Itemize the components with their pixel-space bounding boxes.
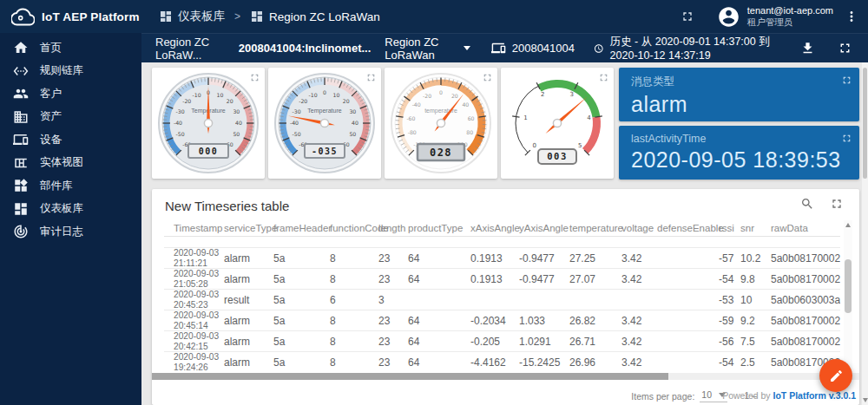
fullscreen-icon[interactable]: [841, 75, 852, 86]
sidebar-item-label: 首页: [40, 41, 62, 56]
cell-producttype: 64: [408, 356, 470, 369]
timeseries-table-widget: New Timeseries table TimestampserviceTyp…: [152, 189, 859, 405]
app-logo[interactable]: IoT AEP Platform: [0, 5, 141, 29]
svg-text:028: 028: [430, 147, 452, 159]
cell-functioncode: 6: [330, 294, 378, 306]
fullscreen-icon[interactable]: [681, 10, 694, 23]
cell-snr: 10.2: [740, 252, 771, 265]
svg-text:-20: -20: [299, 98, 307, 104]
svg-text:-30: -30: [293, 108, 301, 114]
svg-text:Temperature: Temperature: [307, 108, 341, 114]
fullscreen-icon[interactable]: [365, 72, 377, 83]
items-per-page-value: 10: [701, 389, 712, 400]
breadcrumb-item-dashboards[interactable]: 仪表板库: [159, 9, 225, 24]
sidebar-item-customers[interactable]: 客户: [0, 82, 141, 106]
avatar[interactable]: [717, 5, 740, 29]
user-info[interactable]: tenant@iot-aep.com 租户管理员: [747, 5, 833, 29]
scrollbar-thumb[interactable]: [152, 373, 668, 380]
download-icon[interactable]: [800, 41, 815, 56]
edit-dashboard-fab[interactable]: [819, 359, 852, 392]
fullscreen-icon[interactable]: [830, 197, 844, 211]
scrollbar-thumb[interactable]: [845, 259, 852, 313]
fullscreen-icon[interactable]: [249, 72, 260, 83]
column-header-functioncode[interactable]: functionCode: [330, 219, 378, 236]
cell-snr: 9.8: [740, 273, 771, 285]
scroll-up-arrow-icon[interactable]: [845, 223, 851, 227]
svg-text:-40: -40: [290, 120, 299, 126]
column-label: defenseEnable: [657, 223, 724, 233]
svg-text:0: 0: [439, 89, 443, 95]
svg-text:40: 40: [462, 101, 469, 108]
cell-voltage: 3.42: [621, 273, 657, 285]
fullscreen-icon[interactable]: [838, 41, 852, 56]
svg-text:-20: -20: [423, 93, 431, 99]
dashboard-icon: [250, 10, 264, 23]
cell-length: 23: [378, 273, 408, 285]
breadcrumb-item-dashboard-current[interactable]: Region ZC LoRaWan: [250, 10, 380, 23]
more-menu-icon[interactable]: [844, 9, 859, 24]
fullscreen-icon[interactable]: [598, 72, 609, 83]
cell-xaxisangle: -0.205: [470, 336, 519, 348]
fullscreen-icon[interactable]: [841, 133, 852, 144]
table-row: 2020-09-0321:05:28alarm5a823640.1913-0.9…: [164, 269, 840, 290]
column-label: serviceType: [224, 223, 277, 233]
cell-producttype: 64: [408, 336, 470, 348]
column-header-length[interactable]: length: [378, 219, 408, 236]
column-header-voltage[interactable]: voltage: [621, 219, 657, 236]
column-header-servicetype[interactable]: serviceType: [224, 219, 273, 236]
svg-text:-50: -50: [293, 131, 301, 137]
column-header-producttype[interactable]: productType: [408, 219, 470, 236]
column-header-timestamp[interactable]: Timestamp: [174, 219, 224, 236]
gauge-widget-temperature-1: -60-50-40-30-20-100102030405060Temperatu…: [152, 68, 265, 179]
cell-rssi: -56: [719, 336, 740, 348]
gauge-chart: 012345003: [505, 71, 609, 175]
platform-link[interactable]: IoT Platform v.3.0.1: [773, 390, 857, 401]
search-icon[interactable]: [800, 197, 814, 211]
sidebar-item-widget-library[interactable]: 部件库: [0, 174, 141, 198]
scrollbar-thumb[interactable]: [863, 68, 867, 179]
page-scrollbar[interactable]: [862, 62, 868, 405]
sidebar-item-home[interactable]: 首页: [0, 36, 141, 60]
cell-functioncode: 8: [330, 252, 378, 265]
cell-functioncode: 8: [330, 315, 378, 327]
sidebar-item-rule-chains[interactable]: 规则链库: [0, 60, 141, 83]
state-select-value: Region ZC LoRaWan: [385, 36, 459, 62]
dashboard-title: Region ZC LoRaW...: [155, 36, 231, 62]
column-header-xaxisangle[interactable]: xAxisAngle: [470, 219, 519, 236]
column-label: rawData: [771, 223, 808, 233]
fullscreen-icon[interactable]: [482, 72, 493, 83]
column-header-temperature[interactable]: temperature: [569, 219, 621, 236]
card-label: 消息类型: [619, 68, 859, 89]
state-select[interactable]: Region ZC LoRaWan: [385, 36, 470, 62]
column-header-yaxisangle[interactable]: yAxisAngle: [519, 219, 569, 236]
time-window-button[interactable]: 历史 - 从 2020-09-01 14:37:00 到 2020-10-12 …: [594, 35, 800, 62]
sidebar-item-audit-logs[interactable]: 审计日志: [0, 220, 141, 244]
sidebar-item-entity-views[interactable]: 实体视图: [0, 152, 141, 175]
cell-voltage: 3.42: [621, 356, 657, 369]
device-id: 2008041004: [512, 42, 575, 55]
svg-text:-30: -30: [176, 108, 185, 114]
sidebar-item-assets[interactable]: 资产: [0, 106, 141, 129]
table-horizontal-scrollbar[interactable]: [152, 373, 859, 380]
column-header-rssi[interactable]: rssi: [719, 219, 740, 236]
chevron-down-icon: [464, 46, 470, 50]
column-header-defenseenable[interactable]: defenseEnable: [657, 219, 719, 236]
view-quilt-icon: [13, 155, 29, 171]
gauge-chart: -60-50-40-30-20-100102030405060Temperatu…: [156, 71, 260, 175]
column-header-snr[interactable]: snr: [740, 219, 771, 236]
column-label: voltage: [621, 223, 654, 233]
table-header-row: TimestampserviceTypeframeHeaderfunctionC…: [164, 219, 840, 237]
sidebar-item-dashboards[interactable]: 仪表板库: [0, 198, 141, 221]
table-vertical-scrollbar[interactable]: [844, 220, 852, 372]
top-header: IoT AEP Platform 仪表板库>Region ZC LoRaWan …: [0, 0, 868, 33]
column-header-rawdata[interactable]: rawData: [771, 219, 840, 236]
column-header-frameheader[interactable]: frameHeader: [273, 219, 330, 236]
sidebar-item-devices[interactable]: 设备: [0, 128, 141, 152]
cell-yaxisangle: -0.9477: [519, 252, 569, 265]
scroll-down-arrow-icon[interactable]: [863, 398, 868, 402]
cell-functioncode: 8: [330, 273, 378, 285]
svg-text:60: 60: [468, 115, 475, 121]
value-card-message-type: 消息类型 alarm: [619, 68, 859, 121]
track-changes-icon: [13, 224, 29, 239]
cell-length: 23: [378, 356, 408, 369]
